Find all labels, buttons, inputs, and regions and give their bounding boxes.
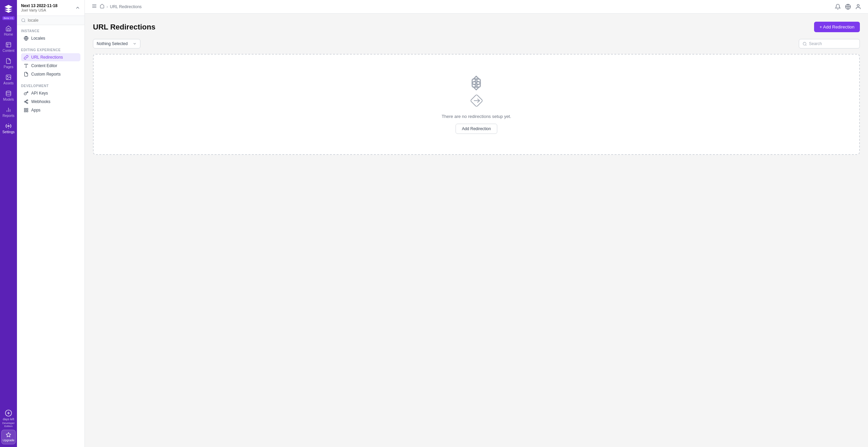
redirect-icon	[468, 75, 485, 109]
search-input-wrap[interactable]: Search	[799, 39, 860, 48]
svg-point-5	[6, 91, 11, 93]
svg-marker-10	[6, 432, 11, 437]
sidebar-bottom: days left Developer Edition Upgrade	[0, 409, 17, 444]
breadcrumb-separator: ›	[107, 4, 108, 9]
project-name: Next 13 2022-11-18	[21, 3, 72, 8]
user-icon[interactable]	[855, 4, 861, 10]
empty-state: There are no redirections setup yet. Add…	[93, 54, 860, 155]
empty-add-redirection-button[interactable]: Add Redirection	[456, 124, 497, 134]
page-title-row: URL Redirections + Add Redirection	[93, 22, 860, 32]
breadcrumb: › URL Redirections	[100, 4, 142, 9]
hamburger-icon[interactable]	[92, 3, 97, 10]
svg-point-11	[22, 19, 25, 22]
nav-item-url-redirections[interactable]: URL Redirections	[21, 53, 80, 61]
project-sub: Joel Varty USA	[21, 8, 72, 12]
notifications-icon[interactable]	[835, 4, 841, 10]
svg-line-28	[806, 45, 806, 45]
svg-point-9	[8, 125, 9, 127]
left-panel: Next 13 2022-11-18 Joel Varty USA INSTAN…	[17, 0, 85, 447]
nav-item-content-editor[interactable]: Content Editor	[21, 62, 80, 70]
section-editing-label: EDITING EXPERIENCE	[21, 48, 80, 52]
content-area: URL Redirections + Add Redirection Nothi…	[85, 14, 868, 447]
svg-line-12	[24, 21, 25, 22]
nav-item-apps[interactable]: Apps	[21, 106, 80, 114]
svg-rect-20	[26, 110, 28, 112]
section-instance: INSTANCE Locales	[17, 25, 84, 44]
chevron-updown-icon[interactable]	[75, 5, 80, 11]
search-icon	[21, 18, 26, 23]
svg-point-4	[7, 76, 8, 77]
sidebar-item-models[interactable]: Models	[0, 88, 17, 104]
svg-point-26	[857, 4, 859, 6]
breadcrumb-home[interactable]	[100, 4, 104, 9]
filter-dropdown[interactable]: Nothing Selected	[93, 39, 140, 48]
days-left-badge: days left Developer Edition	[0, 409, 17, 428]
add-redirection-button[interactable]: + Add Redirection	[814, 22, 860, 32]
sidebar-item-settings[interactable]: Settings	[0, 120, 17, 137]
sidebar-item-reports[interactable]: Reports	[0, 104, 17, 120]
main-header: › URL Redirections	[85, 0, 868, 14]
sidebar-item-home[interactable]: Home	[0, 23, 17, 39]
beta-badge: Beta V1	[2, 16, 15, 20]
svg-rect-0	[6, 42, 11, 47]
upgrade-button[interactable]: Upgrade	[1, 430, 16, 444]
svg-rect-18	[26, 108, 28, 110]
nav-item-api-keys[interactable]: API Keys	[21, 89, 80, 97]
breadcrumb-current: URL Redirections	[110, 4, 142, 9]
top-bar: Next 13 2022-11-18 Joel Varty USA	[17, 0, 84, 16]
project-info: Next 13 2022-11-18 Joel Varty USA	[21, 3, 72, 12]
sidebar: Beta V1 Home Content Pages Assets Models…	[0, 0, 17, 447]
empty-state-text: There are no redirections setup yet.	[442, 114, 511, 119]
sidebar-item-assets[interactable]: Assets	[0, 72, 17, 88]
svg-rect-19	[24, 110, 26, 112]
chevron-down-icon	[133, 42, 137, 46]
section-development-label: DEVELOPMENT	[21, 84, 80, 88]
page-title: URL Redirections	[93, 23, 155, 32]
app-logo[interactable]	[2, 3, 15, 15]
main-content: › URL Redirections URL Redirections + Ad…	[85, 0, 868, 447]
section-instance-label: INSTANCE	[21, 29, 80, 33]
sidebar-item-pages[interactable]: Pages	[0, 55, 17, 72]
section-development: DEVELOPMENT API Keys Webhooks Apps	[17, 80, 84, 116]
svg-rect-17	[24, 108, 26, 110]
nav-item-webhooks[interactable]: Webhooks	[21, 98, 80, 106]
filter-row: Nothing Selected Search	[93, 39, 860, 48]
nav-item-locales[interactable]: Locales	[21, 34, 80, 42]
svg-point-27	[803, 42, 806, 45]
search-small-icon	[803, 42, 807, 46]
search-bar	[17, 16, 84, 25]
globe-icon[interactable]	[845, 4, 851, 10]
section-editing: EDITING EXPERIENCE URL Redirections Cont…	[17, 44, 84, 80]
sidebar-item-content[interactable]: Content	[0, 39, 17, 55]
nav-item-custom-reports[interactable]: Custom Reports	[21, 70, 80, 78]
search-input[interactable]	[28, 18, 80, 23]
